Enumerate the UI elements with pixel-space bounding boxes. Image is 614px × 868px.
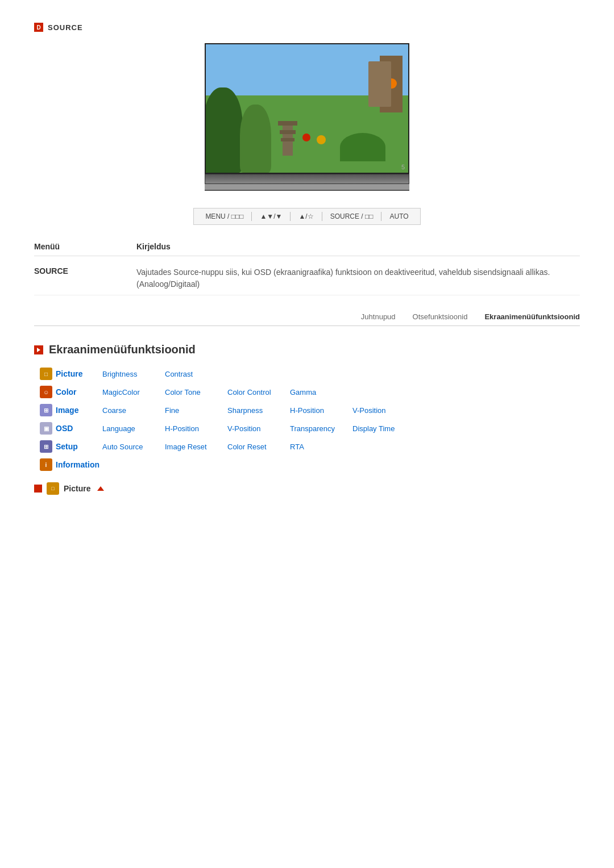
link-sharpness[interactable]: Sharpness [227, 406, 290, 415]
link-colorcontrol[interactable]: Color Control [227, 388, 290, 397]
description-table: Menüü Kirjeldus SOURCE Vajutades Source-… [34, 242, 580, 295]
link-coarse[interactable]: Coarse [102, 406, 165, 415]
cat-label-image[interactable]: Image [56, 406, 78, 415]
desc-table-header: Menüü Kirjeldus [34, 242, 580, 256]
link-vposition-osd[interactable]: V-Position [227, 424, 290, 433]
cat-label-osd[interactable]: OSD [56, 424, 73, 433]
footer-red-icon [34, 485, 42, 493]
monitor-number: 5 [401, 164, 405, 170]
ctrl-menu: MENU / □□□ [205, 212, 243, 220]
link-vposition-image[interactable]: V-Position [352, 406, 415, 415]
monitor-base [205, 174, 409, 184]
desc-menu-source: SOURCE [34, 266, 136, 290]
cat-label-color[interactable]: Color [56, 387, 77, 397]
monitor-image-wrapper: 5 [34, 43, 580, 191]
cat-icon-information: i [40, 458, 52, 471]
red-ball [302, 133, 310, 141]
monitor-screen: 5 [205, 43, 409, 174]
cat-icon-picture: □ [40, 368, 52, 380]
source-icon: D [34, 23, 43, 32]
link-contrast[interactable]: Contrast [165, 370, 227, 378]
link-hposition-osd[interactable]: H-Position [165, 424, 227, 433]
tab-otsefunktsioonid[interactable]: Otsefunktsioonid [413, 312, 468, 321]
link-fine[interactable]: Fine [165, 406, 227, 415]
menu-row-osd: ▣ OSD Language H-Position V-Position Tra… [40, 422, 580, 435]
cat-icon-setup: ⊞ [40, 440, 52, 453]
pagoda-roof1 [278, 121, 297, 126]
tree-left [205, 87, 243, 173]
link-brightness[interactable]: Brightness [102, 370, 165, 378]
tree-mid [240, 105, 271, 173]
arrow-right-icon [36, 347, 42, 353]
desc-col-menu-header: Menüü [34, 242, 136, 251]
tab-juhtnupud[interactable]: Juhtnupud [361, 312, 396, 321]
link-language[interactable]: Language [102, 424, 165, 433]
desc-row-source: SOURCE Vajutades Source-nuppu siis, kui … [34, 262, 580, 295]
menu-row-setup: ⊞ Setup Auto Source Image Reset Color Re… [40, 440, 580, 453]
menu-grid: □ Picture Brightness Contrast ☺ Color Ma… [40, 368, 580, 471]
ctrl-divider4 [381, 212, 381, 221]
link-colortone[interactable]: Color Tone [165, 388, 227, 397]
section-title: Ekraanimenüüfunktsioonid [49, 343, 196, 356]
link-colorreset[interactable]: Color Reset [227, 443, 290, 451]
pagoda-roof3 [281, 138, 294, 141]
link-transparency[interactable]: Transparency [290, 424, 352, 433]
ctrl-divider2 [290, 212, 291, 221]
menu-row-color: ☺ Color MagicColor Color Tone Color Cont… [40, 386, 580, 398]
tab-ekraanimenu[interactable]: Ekraanimenüüfunktsioonid [484, 312, 580, 321]
tab-navigation: Juhtnupud Otsefunktsioonid Ekraanimenüüf… [34, 312, 580, 326]
link-displaytime[interactable]: Display Time [352, 424, 415, 433]
desc-desc-source: Vajutades Source-nuppu siis, kui OSD (ek… [136, 266, 580, 290]
menu-row-image: ⊞ Image Coarse Fine Sharpness H-Position… [40, 404, 580, 416]
ctrl-divider3 [322, 212, 322, 221]
ctrl-brightness: ▲/☆ [298, 212, 313, 220]
ctrl-source: SOURCE / □□ [330, 212, 374, 220]
cat-osd: ▣ OSD [40, 422, 102, 435]
link-magiccolor[interactable]: MagicColor [102, 388, 165, 397]
menu-row-information: i Information [40, 458, 580, 471]
cat-icon-image: ⊞ [40, 404, 52, 416]
menu-row-picture: □ Picture Brightness Contrast [40, 368, 580, 380]
link-hposition-image[interactable]: H-Position [290, 406, 352, 415]
link-rta[interactable]: RTA [290, 443, 352, 451]
ctrl-auto: AUTO [389, 212, 408, 220]
cat-image: ⊞ Image [40, 404, 102, 416]
section-icon [34, 345, 43, 354]
source-label: SOURCE [48, 23, 83, 32]
pagoda-roof2 [280, 130, 296, 134]
footer-orange-icon: □ [47, 482, 59, 495]
section-header: Ekraanimenüüfunktsioonid [34, 343, 580, 356]
link-imagereset[interactable]: Image Reset [165, 443, 227, 451]
ctrl-arrows: ▲▼/▼ [260, 212, 282, 220]
ctrl-divider1 [251, 212, 252, 221]
cat-label-setup[interactable]: Setup [56, 442, 78, 451]
picture-footer: □ Picture [34, 482, 580, 495]
bush-cluster [340, 133, 385, 161]
monitor-stand [205, 184, 409, 191]
link-autosource[interactable]: Auto Source [102, 443, 165, 451]
cat-setup: ⊞ Setup [40, 440, 102, 453]
link-gamma[interactable]: Gamma [290, 388, 352, 397]
svg-marker-0 [37, 348, 40, 352]
control-bar: MENU / □□□ ▲▼/▼ ▲/☆ SOURCE / □□ AUTO [193, 208, 420, 225]
yellow-ball [317, 135, 326, 144]
cat-icon-osd: ▣ [40, 422, 52, 435]
source-section-header: D SOURCE [34, 23, 580, 32]
cat-information: i Information [40, 458, 102, 471]
footer-picture-label: Picture [64, 484, 90, 493]
cat-label-picture[interactable]: Picture [56, 369, 82, 378]
orange-ball [387, 78, 397, 89]
monitor-frame: 5 [205, 43, 409, 191]
cat-color: ☺ Color [40, 386, 102, 398]
control-bar-wrapper: MENU / □□□ ▲▼/▼ ▲/☆ SOURCE / □□ AUTO [34, 208, 580, 225]
footer-arrow-up-icon [97, 486, 104, 491]
cat-icon-color: ☺ [40, 386, 52, 398]
cat-label-information[interactable]: Information [56, 460, 99, 469]
desc-col-desc-header: Kirjeldus [136, 242, 580, 251]
cat-picture: □ Picture [40, 368, 102, 380]
